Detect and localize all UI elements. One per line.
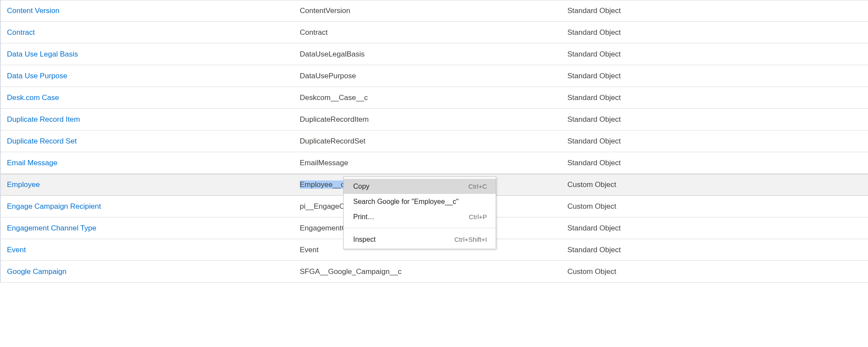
cell-label: Employee xyxy=(1,180,300,189)
api-name-text: Event xyxy=(300,246,318,254)
cell-label: Engage Campaign Recipient xyxy=(1,202,300,211)
api-name-text: EmailMessage xyxy=(300,159,348,167)
type-text: Standard Object xyxy=(567,159,621,167)
cell-api-name: DataUseLegalBasis xyxy=(300,50,567,59)
menu-separator xyxy=(344,228,496,228)
type-text: Standard Object xyxy=(567,28,621,37)
menu-label: Inspect xyxy=(353,236,376,244)
cell-label: Duplicate Record Item xyxy=(1,115,300,124)
cell-label: Engagement Channel Type xyxy=(1,224,300,233)
cell-api-name: DuplicateRecordItem xyxy=(300,115,567,124)
menu-label: Print… xyxy=(353,213,374,221)
type-text: Custom Object xyxy=(567,267,616,276)
cell-api-name: EmailMessage xyxy=(300,159,567,167)
cell-label: Email Message xyxy=(1,159,300,167)
api-name-text: Employee__c xyxy=(300,180,345,189)
type-text: Standard Object xyxy=(567,246,621,254)
cell-label: Data Use Legal Basis xyxy=(1,50,300,59)
cell-type: Custom Object xyxy=(567,202,868,211)
table-row: Content VersionContentVersionStandard Ob… xyxy=(1,0,868,22)
api-name-text: DuplicateRecordSet xyxy=(300,137,365,145)
object-label-link[interactable]: Duplicate Record Set xyxy=(7,137,77,145)
api-name-text: ContentVersion xyxy=(300,7,350,15)
api-name-text: Contract xyxy=(300,28,328,37)
table-row: Data Use PurposeDataUsePurposeStandard O… xyxy=(1,65,868,87)
type-text: Standard Object xyxy=(567,137,621,145)
table-row: Duplicate Record SetDuplicateRecordSetSt… xyxy=(1,130,868,152)
cell-type: Custom Object xyxy=(567,267,868,276)
cell-label: Desk.com Case xyxy=(1,93,300,102)
cell-api-name: ContentVersion xyxy=(300,7,567,15)
menu-item-copy[interactable]: Copy Ctrl+C xyxy=(344,179,496,194)
menu-item-search-google[interactable]: Search Google for "Employee__c" xyxy=(344,194,496,209)
object-label-link[interactable]: Content Version xyxy=(7,7,60,15)
table-row: Desk.com CaseDeskcom__Case__cStandard Ob… xyxy=(1,87,868,109)
cell-label: Duplicate Record Set xyxy=(1,137,300,146)
type-text: Standard Object xyxy=(567,7,621,15)
menu-label: Search Google for "Employee__c" xyxy=(353,198,459,206)
type-text: Standard Object xyxy=(567,115,621,123)
cell-type: Standard Object xyxy=(567,72,868,80)
object-label-link[interactable]: Event xyxy=(7,246,26,254)
object-label-link[interactable]: Engagement Channel Type xyxy=(7,224,96,232)
cell-type: Standard Object xyxy=(567,137,868,146)
object-label-link[interactable]: Google Campaign xyxy=(7,267,66,276)
menu-shortcut: Ctrl+C xyxy=(468,183,487,190)
type-text: Custom Object xyxy=(567,202,616,210)
menu-shortcut: Ctrl+Shift+I xyxy=(454,236,487,243)
api-name-text: Deskcom__Case__c xyxy=(300,93,368,102)
table-row: Google CampaignSFGA__Google_Campaign__cC… xyxy=(1,261,868,283)
menu-shortcut: Ctrl+P xyxy=(469,213,487,220)
cell-api-name: DuplicateRecordSet xyxy=(300,137,567,146)
menu-label: Copy xyxy=(353,183,369,190)
cell-label: Google Campaign xyxy=(1,267,300,276)
cell-type: Standard Object xyxy=(567,7,868,15)
cell-api-name: Contract xyxy=(300,28,567,37)
type-text: Standard Object xyxy=(567,50,621,58)
type-text: Standard Object xyxy=(567,93,621,102)
api-name-text: DataUseLegalBasis xyxy=(300,50,364,58)
type-text: Custom Object xyxy=(567,180,616,189)
cell-type: Standard Object xyxy=(567,224,868,233)
table-row: ContractContractStandard Object xyxy=(1,22,868,43)
type-text: Standard Object xyxy=(567,224,621,232)
cell-label: Data Use Purpose xyxy=(1,72,300,80)
table-row: Duplicate Record ItemDuplicateRecordItem… xyxy=(1,109,868,130)
cell-label: Event xyxy=(1,246,300,254)
cell-type: Standard Object xyxy=(567,50,868,59)
cell-api-name: Deskcom__Case__c xyxy=(300,93,567,102)
cell-type: Standard Object xyxy=(567,246,868,254)
object-label-link[interactable]: Email Message xyxy=(7,159,57,167)
object-label-link[interactable]: Employee xyxy=(7,180,40,189)
object-label-link[interactable]: Desk.com Case xyxy=(7,93,59,102)
object-label-link[interactable]: Data Use Purpose xyxy=(7,72,67,80)
cell-api-name: SFGA__Google_Campaign__c xyxy=(300,267,567,276)
object-label-link[interactable]: Contract xyxy=(7,28,35,37)
cell-type: Standard Object xyxy=(567,115,868,124)
cell-type: Standard Object xyxy=(567,93,868,102)
table-row: Data Use Legal BasisDataUseLegalBasisSta… xyxy=(1,43,868,65)
cell-label: Contract xyxy=(1,28,300,37)
cell-type: Custom Object xyxy=(567,180,868,189)
api-name-text: DuplicateRecordItem xyxy=(300,115,369,123)
menu-item-inspect[interactable]: Inspect Ctrl+Shift+I xyxy=(344,232,496,247)
cell-api-name: DataUsePurpose xyxy=(300,72,567,80)
api-name-text: SFGA__Google_Campaign__c xyxy=(300,267,401,276)
api-name-text: DataUsePurpose xyxy=(300,72,356,80)
table-row: Email MessageEmailMessageStandard Object xyxy=(1,152,868,174)
cell-type: Standard Object xyxy=(567,28,868,37)
object-label-link[interactable]: Duplicate Record Item xyxy=(7,115,80,123)
object-label-link[interactable]: Data Use Legal Basis xyxy=(7,50,78,58)
cell-type: Standard Object xyxy=(567,159,868,167)
menu-item-print[interactable]: Print… Ctrl+P xyxy=(344,209,496,224)
object-label-link[interactable]: Engage Campaign Recipient xyxy=(7,202,101,210)
cell-label: Content Version xyxy=(1,7,300,15)
type-text: Standard Object xyxy=(567,72,621,80)
browser-context-menu: Copy Ctrl+C Search Google for "Employee_… xyxy=(343,177,496,249)
